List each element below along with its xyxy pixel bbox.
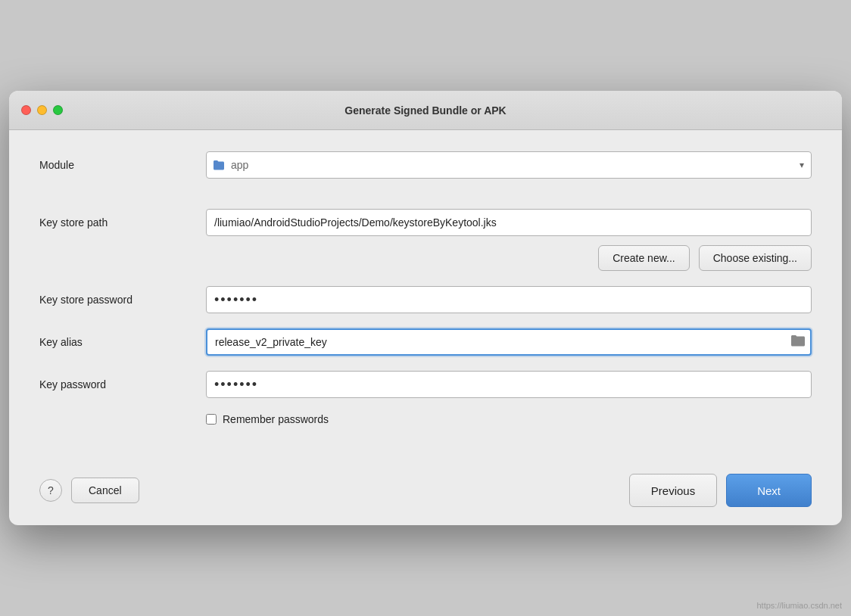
key-alias-control (206, 328, 812, 356)
key-password-input[interactable] (206, 371, 812, 398)
dialog-window: Generate Signed Bundle or APK Module app… (9, 91, 842, 525)
key-alias-input[interactable] (206, 328, 812, 356)
key-password-control (206, 371, 812, 398)
choose-existing-button[interactable]: Choose existing... (699, 245, 812, 271)
key-store-password-row: Key store password (39, 286, 812, 313)
key-store-path-label: Key store path (39, 216, 206, 229)
cancel-button[interactable]: Cancel (71, 478, 139, 503)
key-password-row: Key password (39, 371, 812, 398)
key-alias-label: Key alias (39, 336, 206, 348)
next-button[interactable]: Next (726, 474, 812, 507)
module-control: app ▾ (206, 151, 812, 179)
key-alias-row: Key alias (39, 328, 812, 356)
window-controls (21, 105, 63, 115)
minimize-button[interactable] (37, 105, 47, 115)
create-new-button[interactable]: Create new... (598, 245, 690, 271)
key-store-password-input[interactable] (206, 286, 812, 313)
footer-left: ? Cancel (39, 478, 139, 503)
remember-passwords-label: Remember passwords (223, 413, 329, 425)
remember-passwords-row: Remember passwords (206, 413, 812, 425)
module-row: Module app ▾ (39, 151, 812, 179)
close-button[interactable] (21, 105, 31, 115)
help-button[interactable]: ? (39, 479, 62, 502)
dialog-title: Generate Signed Bundle or APK (344, 104, 506, 117)
module-select-wrapper: app ▾ (206, 151, 812, 179)
watermark: https://liumiao.csdn.net (756, 601, 842, 610)
module-select[interactable]: app (206, 151, 812, 179)
spacer1 (39, 194, 812, 209)
key-store-password-label: Key store password (39, 294, 206, 306)
key-store-path-control (206, 209, 812, 236)
footer-right: Previous Next (629, 474, 812, 507)
key-store-password-control (206, 286, 812, 313)
key-store-path-row: Key store path (39, 209, 812, 236)
dialog-content: Module app ▾ Key store path (9, 130, 842, 462)
key-alias-wrapper (206, 328, 812, 356)
key-store-path-input[interactable] (206, 209, 812, 236)
title-bar: Generate Signed Bundle or APK (9, 91, 842, 130)
maximize-button[interactable] (53, 105, 63, 115)
folder-icon (213, 160, 225, 170)
module-label: Module (39, 159, 206, 171)
previous-button[interactable]: Previous (629, 474, 717, 507)
remember-passwords-checkbox[interactable] (206, 414, 217, 425)
keystore-action-buttons: Create new... Choose existing... (206, 245, 812, 271)
browse-icon[interactable] (790, 334, 806, 350)
dialog-footer: ? Cancel Previous Next (9, 462, 842, 525)
key-password-label: Key password (39, 378, 206, 390)
